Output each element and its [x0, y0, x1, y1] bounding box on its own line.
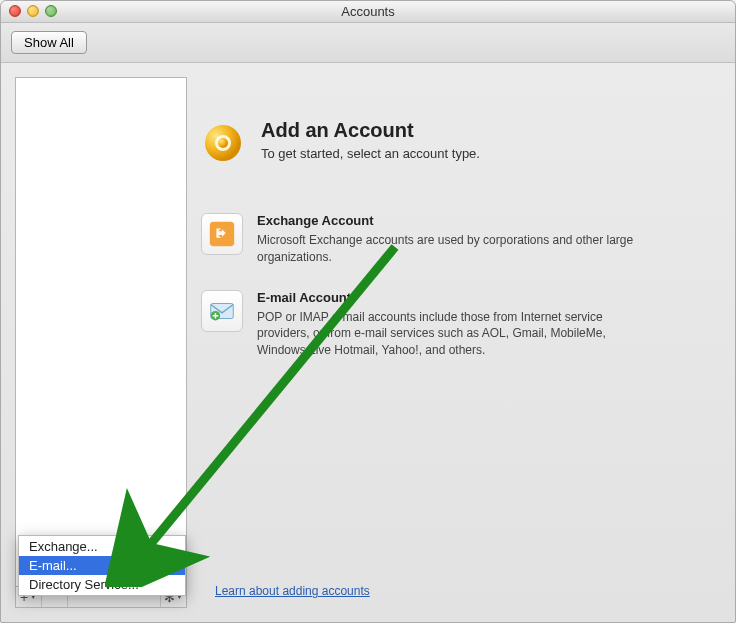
menu-item-email[interactable]: E-mail... — [19, 556, 185, 575]
add-account-menu: Exchange... E-mail... Directory Service.… — [18, 535, 186, 596]
accounts-sidebar: +▼ − ✻▼ — [15, 77, 187, 608]
titlebar: Accounts — [1, 1, 735, 23]
window-title: Accounts — [341, 4, 394, 19]
menu-item-exchange[interactable]: Exchange... — [19, 537, 185, 556]
accounts-window: Accounts Show All +▼ − ✻▼ — [0, 0, 736, 623]
close-icon[interactable] — [9, 5, 21, 17]
hero: Add an Account To get started, select an… — [201, 119, 721, 165]
hero-subtitle: To get started, select an account type. — [261, 146, 480, 161]
zoom-icon[interactable] — [45, 5, 57, 17]
exchange-title: Exchange Account — [257, 213, 657, 228]
exchange-desc: Microsoft Exchange accounts are used by … — [257, 232, 657, 266]
email-desc: POP or IMAP e-mail accounts include thos… — [257, 309, 657, 359]
menu-item-directory-service[interactable]: Directory Service... — [19, 575, 185, 594]
hero-text: Add an Account To get started, select an… — [261, 119, 480, 165]
email-icon — [201, 290, 243, 332]
show-all-button[interactable]: Show All — [11, 31, 87, 54]
account-type-list: Exchange Account Microsoft Exchange acco… — [201, 213, 721, 359]
minimize-icon[interactable] — [27, 5, 39, 17]
exchange-icon — [201, 213, 243, 255]
hero-title: Add an Account — [261, 119, 480, 142]
content: +▼ − ✻▼ — [15, 77, 721, 608]
outlook-icon — [201, 121, 245, 165]
email-account-option[interactable]: E-mail Account POP or IMAP e-mail accoun… — [201, 290, 721, 359]
exchange-account-option[interactable]: Exchange Account Microsoft Exchange acco… — [201, 213, 721, 266]
main-pane: Add an Account To get started, select an… — [201, 77, 721, 608]
svg-point-2 — [218, 138, 228, 148]
window-controls — [9, 5, 57, 17]
learn-link[interactable]: Learn about adding accounts — [215, 584, 370, 598]
toolbar: Show All — [1, 23, 735, 63]
email-title: E-mail Account — [257, 290, 657, 305]
